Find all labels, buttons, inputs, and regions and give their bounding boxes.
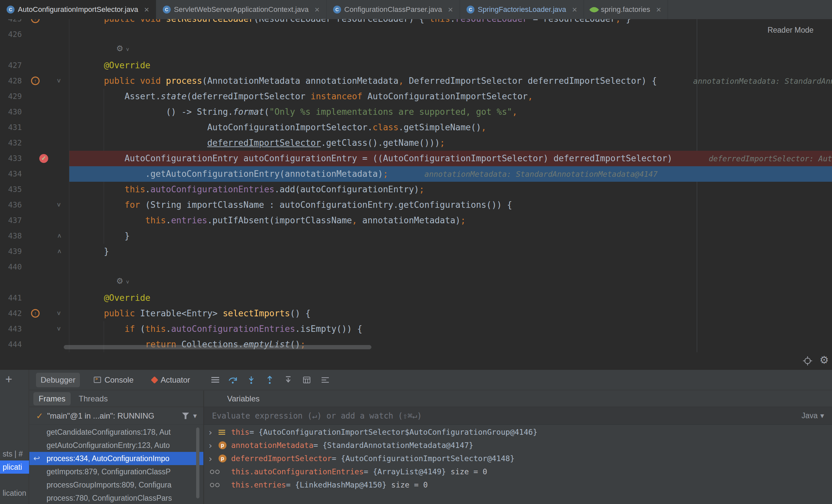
override-marker-icon[interactable]: ↑ bbox=[31, 77, 40, 85]
code-text[interactable]: this.autoConfigurationEntries.add(autoCo… bbox=[69, 182, 424, 197]
code-line[interactable]: 426 bbox=[0, 27, 832, 42]
editor-inlay-row[interactable]: ⚙> bbox=[0, 42, 832, 58]
code-text[interactable]: if (this.autoConfigurationEntries.isEmpt… bbox=[69, 321, 362, 337]
code-text[interactable]: Assert.state(deferredImportSelector inst… bbox=[69, 89, 533, 104]
menu-icon[interactable] bbox=[211, 377, 219, 383]
layout-icon[interactable] bbox=[320, 375, 330, 385]
editor-tab[interactable]: CConfigurationClassParser.java× bbox=[327, 0, 460, 19]
code-line[interactable]: 441 @Override bbox=[0, 290, 832, 306]
fold-marker-icon[interactable]: > bbox=[54, 232, 64, 240]
editor-tab[interactable]: CSpringFactoriesLoader.java× bbox=[460, 0, 584, 19]
inlay-gear-icon[interactable]: ⚙> bbox=[116, 44, 129, 53]
code-text[interactable]: } bbox=[69, 244, 109, 259]
code-text[interactable]: public Iterable<Entry> selectImports() { bbox=[69, 306, 311, 321]
override-marker-icon[interactable]: ↑ bbox=[31, 309, 40, 318]
frame-row[interactable]: ↩process:434, AutoConfigurationImpo bbox=[29, 452, 203, 465]
tab-threads[interactable]: Threads bbox=[73, 392, 113, 405]
variable-row[interactable]: ›pannotationMetadata = {StandardAnnotati… bbox=[204, 439, 832, 452]
frame-row[interactable]: getAutoConfigurationEntry:123, Auto bbox=[29, 439, 203, 452]
code-line[interactable]: 431 AutoConfigurationImportSelector.clas… bbox=[0, 120, 832, 135]
target-icon[interactable] bbox=[802, 356, 813, 366]
step-over-icon[interactable] bbox=[228, 375, 238, 385]
expand-chevron-icon[interactable]: › bbox=[209, 453, 218, 464]
code-line[interactable]: 444 return Collections.emptyList(); bbox=[0, 337, 832, 352]
tab-actuator[interactable]: Actuator bbox=[147, 373, 194, 387]
code-text[interactable]: .getAutoConfigurationEntry(annotationMet… bbox=[69, 166, 658, 182]
fold-marker-icon[interactable]: > bbox=[54, 77, 64, 84]
code-text[interactable]: public void setResourceLoader(ResourceLo… bbox=[69, 19, 631, 27]
tool-window-button[interactable]: lication bbox=[0, 486, 29, 500]
code-line[interactable]: 425↑ public void setResourceLoader(Resou… bbox=[0, 19, 832, 27]
code-text[interactable]: return Collections.emptyList(); bbox=[69, 337, 305, 352]
code-text[interactable]: @Override bbox=[69, 290, 151, 306]
tab-close-icon[interactable]: × bbox=[448, 5, 453, 14]
code-text[interactable]: () -> String.format("Only %s implementat… bbox=[69, 104, 517, 120]
tab-close-icon[interactable]: × bbox=[572, 5, 577, 14]
fold-marker-icon[interactable]: > bbox=[54, 310, 64, 317]
tab-console[interactable]: Console bbox=[89, 373, 138, 387]
language-selector[interactable]: Java ▾ bbox=[802, 411, 824, 420]
frame-row[interactable]: process:780, ConfigurationClassPars bbox=[29, 492, 203, 504]
expand-chevron-icon[interactable]: › bbox=[209, 440, 218, 451]
plus-icon[interactable]: + bbox=[5, 372, 12, 386]
code-line[interactable]: 427 @Override bbox=[0, 58, 832, 73]
inlay-gear-icon[interactable]: ⚙> bbox=[116, 276, 129, 286]
horizontal-scrollbar[interactable] bbox=[64, 345, 371, 349]
variable-row[interactable]: ›this = {AutoConfigurationImportSelector… bbox=[204, 425, 832, 439]
tab-debugger[interactable]: Debugger bbox=[36, 373, 80, 387]
step-out-icon[interactable] bbox=[265, 375, 275, 385]
evaluate-expression-input[interactable]: Evaluate expression (↵) or add a watch (… bbox=[204, 407, 832, 425]
code-line[interactable]: 435 this.autoConfigurationEntries.add(au… bbox=[0, 182, 832, 197]
code-line[interactable]: 436> for (String importClassName : autoC… bbox=[0, 197, 832, 213]
tab-close-icon[interactable]: × bbox=[656, 5, 661, 14]
editor-tab[interactable]: spring.factories× bbox=[584, 0, 668, 19]
fold-marker-icon[interactable]: > bbox=[54, 201, 64, 208]
fold-marker-icon[interactable]: > bbox=[54, 325, 64, 333]
chevron-down-icon[interactable]: ▾ bbox=[193, 412, 197, 420]
step-into-icon[interactable] bbox=[246, 375, 256, 385]
code-line[interactable]: 428↑> public void process(AnnotationMeta… bbox=[0, 73, 832, 89]
variable-row[interactable]: ›pdeferredImportSelector = {AutoConfigur… bbox=[204, 452, 832, 465]
step-into-specific-icon[interactable] bbox=[283, 375, 293, 385]
tool-window-button[interactable]: plicati bbox=[0, 460, 29, 474]
reader-mode-label[interactable]: Reader Mode bbox=[768, 26, 813, 35]
code-text[interactable]: this.entries.putIfAbsent(importClassName… bbox=[69, 213, 466, 228]
code-line[interactable]: 432 deferredImportSelector.getClass().ge… bbox=[0, 135, 832, 151]
variable-row[interactable]: this.entries = {LinkedHashMap@4150}size … bbox=[204, 478, 832, 492]
code-line[interactable]: 434 .getAutoConfigurationEntry(annotatio… bbox=[0, 166, 832, 182]
code-text[interactable]: AutoConfigurationImportSelector.class.ge… bbox=[69, 120, 486, 135]
code-line[interactable]: 440 bbox=[0, 259, 832, 275]
tab-close-icon[interactable]: × bbox=[144, 5, 149, 14]
code-text[interactable]: } bbox=[69, 228, 130, 244]
editor-inlay-row[interactable]: ⚙> bbox=[0, 275, 832, 290]
view-breakpoints-icon[interactable] bbox=[302, 375, 312, 385]
code-text[interactable]: AutoConfigurationEntry autoConfiguration… bbox=[69, 151, 832, 167]
tool-window-button[interactable]: sts | # bbox=[0, 447, 29, 460]
code-line[interactable]: 433✓ AutoConfigurationEntry autoConfigur… bbox=[0, 151, 832, 166]
tab-close-icon[interactable]: × bbox=[315, 5, 319, 14]
thread-selector[interactable]: ✓ "main"@1 in ...ain": RUNNING ▾ bbox=[29, 407, 203, 425]
breakpoint-icon[interactable]: ✓ bbox=[39, 154, 48, 163]
code-line[interactable]: 442↑> public Iterable<Entry> selectImpor… bbox=[0, 306, 832, 321]
code-text[interactable]: deferredImportSelector.getClass().getNam… bbox=[69, 135, 445, 151]
frame-row[interactable]: processGroupImports:809, Configura bbox=[29, 478, 203, 492]
gear-icon[interactable]: ⚙ bbox=[820, 354, 829, 366]
tab-frames[interactable]: Frames bbox=[33, 392, 71, 405]
editor-tab[interactable]: CAutoConfigurationImportSelector.java× bbox=[0, 0, 156, 19]
code-line[interactable]: 443> if (this.autoConfigurationEntries.i… bbox=[0, 321, 832, 337]
code-line[interactable]: 439> } bbox=[0, 244, 832, 259]
frame-row[interactable]: getImports:879, ConfigurationClassP bbox=[29, 465, 203, 478]
override-marker-icon[interactable]: ↑ bbox=[31, 19, 40, 23]
code-line[interactable]: 438> } bbox=[0, 228, 832, 244]
code-text[interactable]: public void process(AnnotationMetadata a… bbox=[69, 73, 832, 89]
fold-marker-icon[interactable]: > bbox=[54, 248, 64, 255]
code-text[interactable]: for (String importClassName : autoConfig… bbox=[69, 197, 512, 213]
filter-funnel-icon[interactable] bbox=[182, 413, 189, 419]
expand-chevron-icon[interactable]: › bbox=[209, 427, 218, 437]
code-line[interactable]: 429 Assert.state(deferredImportSelector … bbox=[0, 89, 832, 104]
frame-row[interactable]: getCandidateConfigurations:178, Aut bbox=[29, 425, 203, 439]
editor-tab[interactable]: CServletWebServerApplicationContext.java… bbox=[156, 0, 327, 19]
code-line[interactable]: 430 () -> String.format("Only %s impleme… bbox=[0, 104, 832, 120]
code-line[interactable]: 437 this.entries.putIfAbsent(importClass… bbox=[0, 213, 832, 228]
code-text[interactable]: @Override bbox=[69, 58, 151, 73]
